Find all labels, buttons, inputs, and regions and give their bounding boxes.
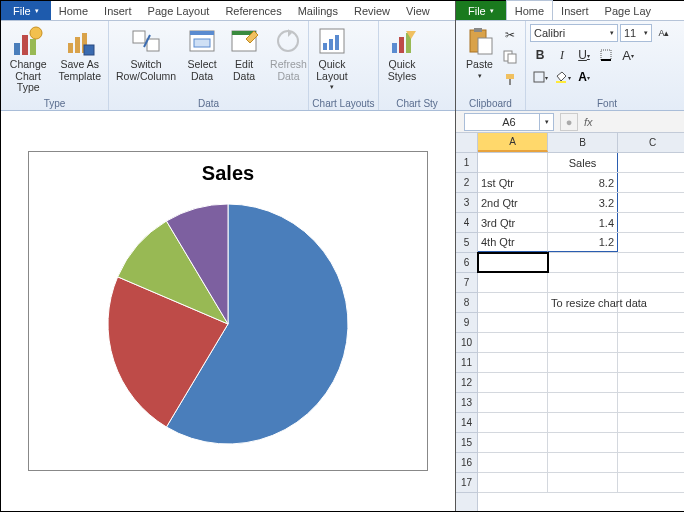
cell[interactable] <box>478 433 548 452</box>
row-header[interactable]: 8 <box>456 293 477 313</box>
save-as-template-button[interactable]: Save As Template <box>54 23 105 84</box>
cell[interactable] <box>478 473 548 492</box>
cell[interactable] <box>478 153 548 172</box>
cell[interactable]: 8.2 <box>548 173 618 192</box>
spreadsheet-grid[interactable]: 1234567891011121314151617 A B C Sales1st… <box>456 133 684 511</box>
dropdown-arrow-icon[interactable]: ▾ <box>539 114 553 130</box>
cell[interactable] <box>618 233 684 252</box>
change-chart-type-button[interactable]: Change Chart Type <box>4 23 52 96</box>
cell[interactable]: To resize chart data <box>548 293 618 312</box>
tab-page-layout-right[interactable]: Page Lay <box>597 1 659 20</box>
format-painter-button[interactable] <box>500 69 520 89</box>
cell[interactable] <box>478 453 548 472</box>
cell[interactable] <box>618 453 684 472</box>
tab-references[interactable]: References <box>217 1 289 20</box>
cell[interactable] <box>478 393 548 412</box>
col-header-c[interactable]: C <box>618 133 684 152</box>
cell[interactable]: 4th Qtr <box>478 233 548 252</box>
quick-styles-button[interactable]: Quick Styles <box>382 23 422 84</box>
cell[interactable] <box>548 373 618 392</box>
font-color-button[interactable]: A▾ <box>574 67 594 87</box>
quick-layout-button[interactable]: Quick Layout▾ <box>312 23 352 93</box>
cell[interactable] <box>548 413 618 432</box>
row-header[interactable]: 6 <box>456 253 477 273</box>
cell[interactable] <box>478 253 548 272</box>
file-tab-right[interactable]: File▾ <box>456 1 506 20</box>
tab-mailings[interactable]: Mailings <box>290 1 346 20</box>
cell[interactable] <box>618 253 684 272</box>
italic-button[interactable]: I <box>552 45 572 65</box>
cell[interactable] <box>478 313 548 332</box>
cell[interactable] <box>548 393 618 412</box>
cell[interactable]: 2nd Qtr <box>478 193 548 212</box>
tab-insert[interactable]: Insert <box>96 1 140 20</box>
row-header[interactable]: 1 <box>456 153 477 173</box>
cell[interactable] <box>478 413 548 432</box>
file-tab-left[interactable]: File▾ <box>1 1 51 20</box>
cell[interactable] <box>618 153 684 172</box>
cell[interactable] <box>618 473 684 492</box>
edit-data-button[interactable]: Edit Data <box>224 23 264 84</box>
row-header[interactable]: 5 <box>456 233 477 253</box>
bold-button[interactable]: B <box>530 45 550 65</box>
cell[interactable] <box>548 333 618 352</box>
tab-review[interactable]: Review <box>346 1 398 20</box>
name-box[interactable]: A6▾ <box>464 113 554 131</box>
border-button[interactable] <box>596 45 616 65</box>
tab-home[interactable]: Home <box>51 1 96 20</box>
row-header[interactable]: 4 <box>456 213 477 233</box>
chart-object[interactable]: Sales <box>28 151 428 471</box>
cell[interactable] <box>618 313 684 332</box>
row-header[interactable]: 13 <box>456 393 477 413</box>
cell[interactable]: 1st Qtr <box>478 173 548 192</box>
cell[interactable]: 3rd Qtr <box>478 213 548 232</box>
chart-title[interactable]: Sales <box>39 162 417 185</box>
select-data-button[interactable]: Select Data <box>182 23 222 84</box>
cell[interactable] <box>618 333 684 352</box>
cell[interactable]: 1.4 <box>548 213 618 232</box>
row-header[interactable]: 3 <box>456 193 477 213</box>
fx-label[interactable]: fx <box>584 116 593 128</box>
cell[interactable]: 1.2 <box>548 233 618 252</box>
cell[interactable] <box>618 433 684 452</box>
cell[interactable]: Sales <box>548 153 618 172</box>
cell[interactable]: 3.2 <box>548 193 618 212</box>
cell[interactable] <box>478 373 548 392</box>
cell[interactable] <box>618 193 684 212</box>
switch-row-column-button[interactable]: Switch Row/Column <box>112 23 180 84</box>
cell[interactable] <box>618 273 684 292</box>
cut-button[interactable]: ✂ <box>500 25 520 45</box>
row-header[interactable]: 9 <box>456 313 477 333</box>
cell[interactable] <box>548 433 618 452</box>
cell[interactable] <box>618 413 684 432</box>
select-all-corner[interactable] <box>456 133 477 153</box>
row-header[interactable]: 12 <box>456 373 477 393</box>
row-header[interactable]: 17 <box>456 473 477 493</box>
row-header[interactable]: 10 <box>456 333 477 353</box>
row-header[interactable]: 2 <box>456 173 477 193</box>
cell[interactable] <box>548 273 618 292</box>
paste-button[interactable]: Paste▾ <box>462 23 498 89</box>
row-header[interactable]: 11 <box>456 353 477 373</box>
underline-button[interactable]: U▾ <box>574 45 594 65</box>
increase-font-button[interactable]: A▴ <box>654 23 674 43</box>
cell[interactable] <box>618 213 684 232</box>
tab-insert-right[interactable]: Insert <box>553 1 597 20</box>
cell[interactable] <box>548 253 618 272</box>
row-header[interactable]: 15 <box>456 433 477 453</box>
row-header[interactable]: 7 <box>456 273 477 293</box>
border-button-2[interactable]: ▾ <box>530 67 550 87</box>
cell[interactable] <box>618 293 684 312</box>
cell[interactable] <box>618 373 684 392</box>
cell[interactable] <box>478 353 548 372</box>
cell[interactable] <box>618 393 684 412</box>
cell[interactable] <box>548 313 618 332</box>
row-header[interactable]: 14 <box>456 413 477 433</box>
tab-page-layout[interactable]: Page Layout <box>140 1 218 20</box>
col-header-a[interactable]: A <box>478 133 548 152</box>
cell[interactable] <box>478 333 548 352</box>
cell[interactable] <box>618 353 684 372</box>
col-header-b[interactable]: B <box>548 133 618 152</box>
cell[interactable] <box>478 293 548 312</box>
tab-view[interactable]: View <box>398 1 438 20</box>
